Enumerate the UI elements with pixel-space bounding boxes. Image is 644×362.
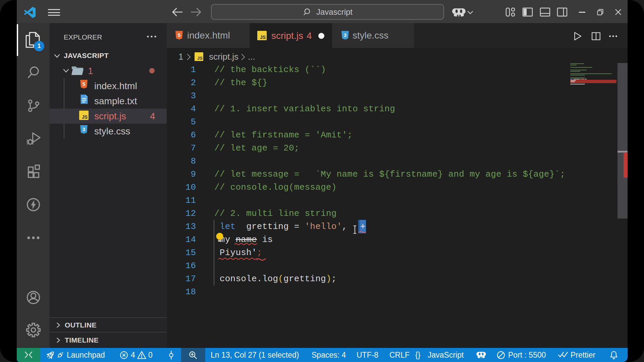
svg-text:5: 5 <box>83 81 85 87</box>
svg-text:3: 3 <box>344 32 346 38</box>
svg-text:3: 3 <box>83 126 85 132</box>
svg-text:5: 5 <box>178 32 180 38</box>
